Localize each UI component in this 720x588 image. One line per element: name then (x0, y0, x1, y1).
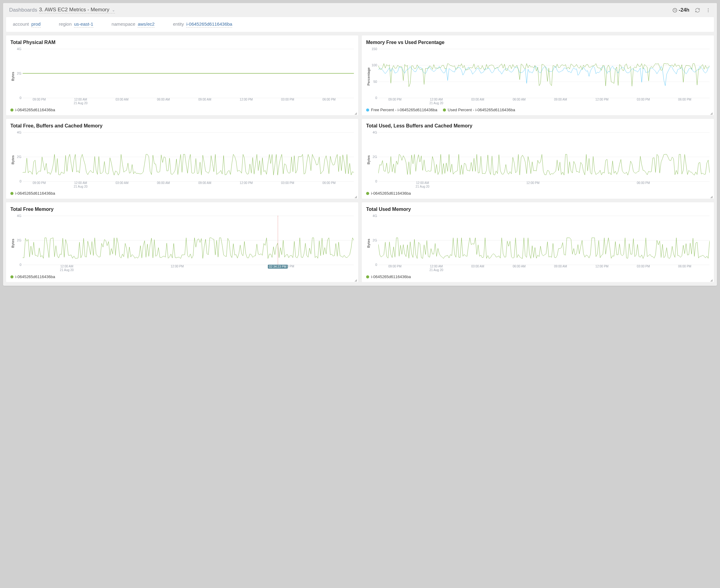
chart[interactable]: 02G4G09:00 PM12:00 AM21 Aug 2003:00 AM06… (15, 130, 354, 189)
filter-label: region (59, 21, 72, 26)
filter-label: entity (173, 21, 184, 26)
x-tick: 12:00 AM21 Aug 20 (74, 98, 87, 105)
y-tick: 50 (371, 80, 377, 83)
resize-handle-icon[interactable]: ◢ (355, 195, 358, 198)
x-axis: 09:00 PM12:00 AM21 Aug 2003:00 AM06:00 A… (23, 181, 354, 189)
x-axis: 09:00 PM12:00 AM21 Aug 2003:00 AM06:00 A… (378, 98, 709, 106)
x-tick: 06:00 PM (322, 181, 336, 185)
chart[interactable]: 02G4G12:00 AM21 Aug 2012:00 PM06:00 PM (371, 130, 709, 189)
y-tick: 0 (371, 263, 377, 267)
filter-namespace: namespace aws/ec2 (112, 21, 155, 27)
x-tick: 09:00 PM (388, 98, 402, 102)
chart[interactable]: 02G4G12:00 AM21 Aug 2012:00 PM06:00 PM02… (15, 214, 354, 273)
x-tick: 12:00 PM (526, 181, 540, 185)
chart-wrap: Bytes02G4G09:00 PM12:00 AM21 Aug 2003:00… (366, 214, 709, 273)
filter-value-entity[interactable]: i-0645265d6116436ba (186, 21, 232, 27)
legend-item[interactable]: Used Percent - i-0645265d6116436ba (443, 108, 515, 112)
x-tick: 03:00 PM (281, 98, 294, 102)
legend-label: i-0645265d6116436ba (15, 191, 55, 195)
svg-point-1 (708, 8, 709, 9)
y-tick: 0 (371, 180, 377, 183)
chart[interactable]: 02G4G09:00 PM12:00 AM21 Aug 2003:00 AM06… (371, 214, 709, 273)
y-tick: 2G (15, 71, 21, 75)
x-axis: 09:00 PM12:00 AM21 Aug 2003:00 AM06:00 A… (23, 98, 354, 106)
panel-title: Total Free Memory (11, 207, 354, 212)
filter-value-account[interactable]: prod (32, 21, 41, 27)
chart-wrap: Bytes02G4G09:00 PM12:00 AM21 Aug 2003:00… (11, 130, 354, 189)
more-vertical-icon[interactable] (706, 8, 711, 13)
chevron-down-icon: ⌄ (112, 8, 115, 12)
x-tick: 03:00 AM (471, 265, 484, 268)
legend-label: i-0645265d6116436ba (15, 108, 55, 112)
breadcrumb-current[interactable]: 3. AWS EC2 Metrics - Memory ⌄ (39, 7, 115, 14)
chart[interactable]: 05010015009:00 PM12:00 AM21 Aug 2003:00 … (371, 47, 709, 106)
y-tick: 2G (15, 238, 21, 242)
y-tick: 0 (15, 96, 21, 100)
x-axis: 09:00 PM12:00 AM21 Aug 2003:00 AM06:00 A… (378, 265, 709, 273)
series-line (378, 238, 709, 258)
legend-item[interactable]: i-0645265d6116436ba (11, 191, 55, 195)
legend-dot-icon (11, 275, 14, 278)
legend-label: i-0645265d6116436ba (15, 274, 55, 279)
resize-handle-icon[interactable]: ◢ (710, 195, 713, 198)
x-axis: 12:00 AM21 Aug 2012:00 PM06:00 PM (378, 181, 709, 189)
filter-label: account (13, 21, 29, 26)
y-axis-label: Bytes (11, 214, 15, 273)
time-range-picker[interactable]: -24h (672, 7, 689, 13)
dashboard-page: Dashboards 3. AWS EC2 Metrics - Memory ⌄… (3, 3, 717, 286)
legend-item[interactable]: i-0645265d6116436ba (366, 274, 411, 279)
x-tick: 09:00 PM (388, 265, 402, 268)
y-axis-label: Bytes (11, 130, 15, 189)
y-tick: 2G (15, 155, 21, 159)
x-tick: 09:00 AM (554, 98, 567, 102)
legend-dot-icon (11, 192, 14, 195)
plot-area: 02G4G (23, 49, 354, 98)
panel-2: Total Free, Buffers and Cached MemoryByt… (6, 119, 358, 198)
y-tick: 150 (371, 47, 377, 51)
filter-region: region us-east-1 (59, 21, 93, 27)
x-tick: 06:00 PM (678, 98, 691, 102)
panel-1: Memory Free vs Used PercentagePercentage… (362, 36, 714, 115)
y-tick: 0 (15, 180, 21, 183)
panel-3: Total Used, Less Buffers and Cached Memo… (362, 119, 714, 198)
filter-label: namespace (112, 21, 136, 26)
x-tick: 03:00 PM (281, 181, 294, 185)
x-tick: 12:00 PM (240, 181, 253, 185)
x-tick: 12:00 AM21 Aug 20 (429, 98, 443, 105)
x-tick: 12:00 PM (596, 265, 609, 268)
x-tick: 06:00 AM (157, 98, 170, 102)
y-tick: 4G (15, 214, 21, 217)
x-tick: 12:00 PM (596, 98, 609, 102)
x-tick: 12:00 AM21 Aug 20 (429, 265, 443, 272)
legend-label: Used Percent - i-0645265d6116436ba (448, 108, 515, 112)
x-tick: 06:00 AM (513, 265, 525, 268)
filter-value-namespace[interactable]: aws/ec2 (138, 21, 155, 27)
breadcrumb-root[interactable]: Dashboards (9, 7, 37, 13)
resize-handle-icon[interactable]: ◢ (355, 111, 358, 114)
filter-value-region[interactable]: us-east-1 (74, 21, 93, 27)
resize-handle-icon[interactable]: ◢ (710, 111, 713, 114)
resize-handle-icon[interactable]: ◢ (355, 278, 358, 281)
refresh-icon[interactable] (695, 8, 700, 13)
y-tick: 4G (371, 130, 377, 134)
x-axis: 12:00 AM21 Aug 2012:00 PM06:00 PM02:34:2… (23, 265, 354, 273)
legend-label: i-0645265d6116436ba (371, 191, 411, 195)
plot-area: 02G4G (378, 132, 709, 181)
legend-item[interactable]: i-0645265d6116436ba (366, 191, 411, 195)
legend-item[interactable]: i-0645265d6116436ba (11, 108, 55, 112)
legend-item[interactable]: Free Percent - i-0645265d6116436ba (366, 108, 437, 112)
legend: i-0645265d6116436ba (366, 191, 709, 195)
legend-dot-icon (11, 108, 14, 111)
y-tick: 4G (15, 130, 21, 134)
x-tick: 06:00 AM (513, 98, 525, 102)
panel-grid: Total Physical RAMBytes02G4G09:00 PM12:0… (3, 36, 717, 286)
resize-handle-icon[interactable]: ◢ (710, 278, 713, 281)
y-tick: 0 (15, 263, 21, 267)
chart-wrap: Bytes02G4G12:00 AM21 Aug 2012:00 PM06:00… (366, 130, 709, 189)
chart[interactable]: 02G4G09:00 PM12:00 AM21 Aug 2003:00 AM06… (15, 47, 354, 106)
clock-icon (672, 8, 678, 13)
legend: i-0645265d6116436ba (11, 191, 354, 195)
svg-point-2 (708, 10, 709, 11)
y-axis-label: Percentage (366, 47, 371, 106)
legend-item[interactable]: i-0645265d6116436ba (11, 274, 55, 279)
